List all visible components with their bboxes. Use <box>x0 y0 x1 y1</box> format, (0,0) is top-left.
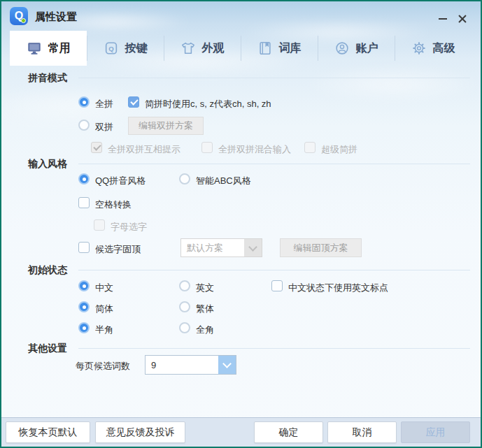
tab-separator <box>318 36 318 61</box>
section-divider <box>78 348 470 349</box>
properties-dialog: Q 属性设置 常用 Q 按键 外观 <box>0 0 482 448</box>
tab-separator <box>164 36 164 61</box>
section-header-pinyin-mode: 拼音模式 <box>28 72 67 85</box>
radio-english-label[interactable]: 英文 <box>196 282 214 294</box>
tab-advanced-label: 高级 <box>433 41 455 56</box>
checkbox-space-convert-label[interactable]: 空格转换 <box>95 198 132 211</box>
tab-general-label: 常用 <box>48 41 71 56</box>
tab-account[interactable]: 账户 <box>318 31 395 66</box>
dropdown-chevron <box>218 356 236 374</box>
dropdown-chevron <box>244 239 262 256</box>
app-logo-green-dot <box>21 18 26 23</box>
section-header-input-style: 输入风格 <box>28 158 67 171</box>
minimize-icon <box>439 18 447 20</box>
radio-traditional[interactable] <box>179 301 190 312</box>
radio-chinese[interactable] <box>78 280 90 291</box>
radio-shuangpin-label[interactable]: 双拼 <box>95 121 113 133</box>
radio-english[interactable] <box>179 280 190 291</box>
radio-quanpin[interactable] <box>78 96 90 108</box>
candidates-per-page-value: 9 <box>146 356 218 374</box>
tab-appearance[interactable]: 外观 <box>164 31 241 66</box>
close-button[interactable] <box>455 11 470 27</box>
edit-shuangpin-button: 编辑双拼方案 <box>128 117 204 135</box>
radio-simplified[interactable] <box>78 301 90 312</box>
checkbox-english-punct[interactable] <box>271 280 283 291</box>
radio-full-width-label[interactable]: 全角 <box>196 324 214 336</box>
radio-chinese-label[interactable]: 中文 <box>95 282 113 294</box>
checkbox-letter-select <box>94 219 105 231</box>
restore-defaults-button[interactable]: 恢复本页默认 <box>6 421 90 443</box>
candidates-per-page-dropdown[interactable]: 9 <box>145 355 236 375</box>
checkbox-letter-select-label: 字母选字 <box>111 221 147 233</box>
pin-scheme-value: 默认方案 <box>181 239 244 256</box>
checkbox-candidate-pin[interactable] <box>78 242 90 253</box>
footer-bar: 恢复本页默认 意见反馈及投诉 确定 取消 应用 <box>1 417 481 447</box>
checkbox-mixed-input <box>201 142 213 153</box>
checkbox-mixed-input-label: 全拼双拼混合输入 <box>218 143 291 156</box>
tshirt-icon <box>180 41 196 56</box>
section-divider <box>78 164 470 164</box>
checkbox-super-jianpin <box>304 142 316 153</box>
edit-pin-scheme-button: 编辑固顶方案 <box>280 238 362 257</box>
section-divider <box>78 78 470 78</box>
checkbox-english-punct-label[interactable]: 中文状态下使用英文标点 <box>288 282 388 294</box>
candidates-per-page-label: 每页候选词数 <box>76 360 130 373</box>
radio-abc-style-label[interactable]: 智能ABC风格 <box>196 175 251 187</box>
apply-button: 应用 <box>401 421 470 443</box>
checkbox-jianpin-csz[interactable] <box>128 96 139 108</box>
feedback-button[interactable]: 意见反馈及投诉 <box>95 421 185 443</box>
account-icon <box>334 41 350 56</box>
tab-separator <box>395 36 395 61</box>
svg-text:Q: Q <box>108 45 114 52</box>
section-divider <box>78 270 470 270</box>
tab-appearance-label: 外观 <box>202 41 225 56</box>
tab-separator <box>87 36 87 61</box>
checkbox-shuangpin-hint <box>91 142 102 153</box>
window-title: 属性设置 <box>35 10 77 24</box>
radio-qq-style[interactable] <box>78 173 90 185</box>
section-header-initial-state: 初始状态 <box>28 264 67 277</box>
monitor-icon <box>27 41 42 56</box>
radio-half-width-label[interactable]: 半角 <box>95 324 113 336</box>
radio-shuangpin[interactable] <box>78 120 90 131</box>
tab-dictionary[interactable]: 词库 <box>241 31 318 66</box>
tab-account-label: 账户 <box>356 41 378 56</box>
close-icon <box>458 14 467 24</box>
gear-icon <box>411 41 427 56</box>
radio-half-width[interactable] <box>78 322 90 333</box>
ok-button[interactable]: 确定 <box>254 421 323 443</box>
radio-traditional-label[interactable]: 繁体 <box>196 303 214 315</box>
tab-general[interactable]: 常用 <box>10 31 87 66</box>
keyboard-q-icon: Q <box>104 41 119 56</box>
tab-bar: 常用 Q 按键 外观 词库 <box>1 31 481 66</box>
pin-scheme-dropdown: 默认方案 <box>180 238 262 257</box>
radio-quanpin-label[interactable]: 全拼 <box>95 98 113 110</box>
checkbox-super-jianpin-label: 超级简拼 <box>321 143 357 156</box>
tab-keys-label: 按键 <box>125 41 148 56</box>
radio-abc-style[interactable] <box>179 173 190 185</box>
radio-qq-style-label[interactable]: QQ拼音风格 <box>95 175 146 187</box>
tab-advanced[interactable]: 高级 <box>395 31 472 66</box>
chevron-down-icon <box>222 359 232 368</box>
tab-dictionary-label: 词库 <box>279 41 302 56</box>
checkbox-space-convert[interactable] <box>78 197 90 208</box>
app-logo-icon: Q <box>10 7 28 25</box>
radio-full-width[interactable] <box>179 322 190 333</box>
chevron-down-icon <box>248 243 257 252</box>
checkbox-jianpin-csz-label[interactable]: 简拼时使用c, s, z代表ch, sh, zh <box>145 98 271 110</box>
cancel-button[interactable]: 取消 <box>327 421 397 443</box>
tab-keys[interactable]: Q 按键 <box>87 31 164 66</box>
dictionary-book-icon <box>257 41 273 56</box>
cloud-decoration <box>302 66 482 102</box>
radio-simplified-label[interactable]: 简体 <box>95 303 113 315</box>
tab-separator <box>241 36 241 61</box>
section-header-other-settings: 其他设置 <box>28 342 67 355</box>
checkbox-candidate-pin-label[interactable]: 候选字固顶 <box>95 243 141 256</box>
checkbox-shuangpin-hint-label: 全拼双拼互相提示 <box>108 143 180 156</box>
minimize-button[interactable] <box>435 11 451 27</box>
